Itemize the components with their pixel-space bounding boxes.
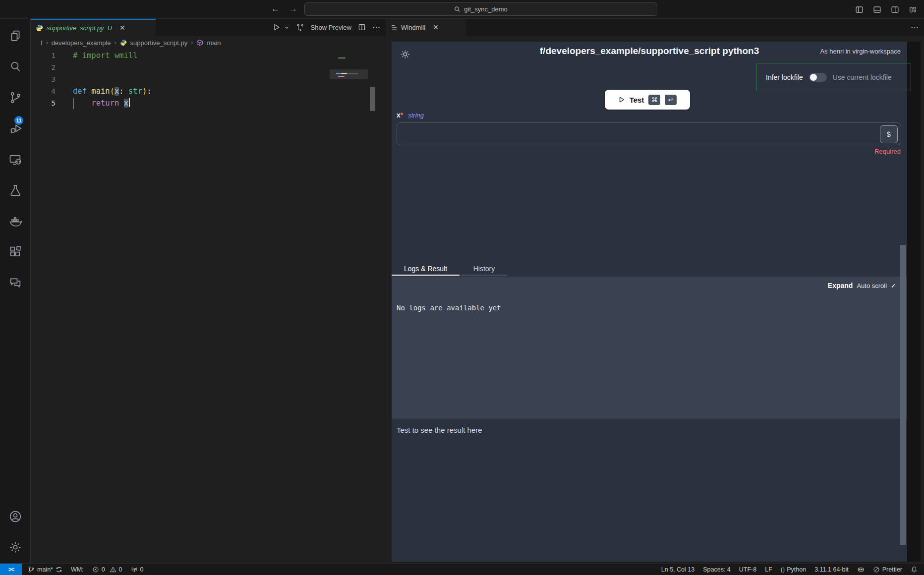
customize-layout-icon[interactable] (909, 5, 917, 14)
python-file-icon (120, 39, 127, 46)
ports-count: 0 (140, 566, 144, 573)
field-label-row: x* string (397, 111, 424, 119)
autoscroll-label[interactable]: Auto scroll (857, 282, 887, 289)
windmill-webview: f/developers_example/supportive_script p… (392, 42, 907, 562)
more-actions-icon[interactable]: ⋯ (911, 23, 919, 32)
branch-item[interactable]: main* (28, 566, 62, 573)
tab-close-icon[interactable]: ✕ (119, 24, 125, 32)
tab-modified-indicator: U (108, 24, 112, 32)
tab-supportive-script[interactable]: supportive_script.py U ✕ (31, 19, 156, 36)
windmill-status-item[interactable]: WM: (71, 566, 84, 573)
field-type: string (408, 112, 424, 119)
status-bar: >< main* WM: 0 0 0 Ln 5, Col 13 Spaces: … (0, 563, 924, 575)
python-file-icon (36, 24, 43, 32)
branch-name: main* (37, 566, 53, 573)
comments-icon[interactable] (8, 276, 22, 289)
prettier-label: Prettier (882, 566, 902, 573)
text-cursor (129, 98, 130, 107)
problems-item[interactable]: 0 0 (92, 566, 122, 573)
editor-scrollbar-thumb[interactable] (370, 87, 375, 111)
split-editor-icon[interactable] (358, 23, 366, 31)
expand-button[interactable]: Expand (828, 282, 853, 289)
scm-pending-badge: 11 (14, 116, 23, 125)
extensions-icon[interactable] (8, 245, 22, 259)
toggle-knob (810, 74, 817, 81)
docker-icon[interactable] (8, 214, 22, 228)
no-logs-message: No logs are available yet (397, 304, 501, 312)
required-message: Required (874, 148, 901, 155)
notifications-bell-icon[interactable] (911, 566, 918, 573)
workspace-context: As henri in virgin-workspace (820, 48, 901, 55)
settings-gear-icon[interactable] (8, 540, 22, 554)
warning-icon (110, 566, 116, 573)
command-center-search[interactable]: git_sync_demo (304, 2, 657, 16)
account-icon[interactable] (8, 510, 22, 523)
encoding-item[interactable]: UTF-8 (739, 566, 756, 573)
lockfile-toggle[interactable] (809, 73, 827, 82)
source-control-icon[interactable] (8, 91, 22, 105)
minimap[interactable] (330, 50, 368, 114)
run-file-icon[interactable] (273, 23, 281, 31)
search-icon (454, 6, 461, 12)
show-preview-label[interactable]: Show Preview (311, 24, 351, 31)
logs-panel: Expand Auto scroll ✓ No logs are availab… (392, 277, 907, 419)
variable-picker-button[interactable]: $ (880, 125, 898, 143)
search-sidebar-icon[interactable] (8, 59, 22, 73)
webview-scrollbar-thumb[interactable] (900, 245, 906, 545)
nav-forward-icon[interactable]: → (289, 4, 297, 14)
prettier-item[interactable]: Prettier (873, 566, 902, 573)
use-current-lockfile-label: Use current lockfile (833, 73, 892, 81)
breadcrumb-folder[interactable]: developers_example (52, 39, 111, 47)
toggle-panel-icon[interactable] (873, 5, 881, 14)
ports-item[interactable]: 0 (131, 566, 144, 573)
field-name: x (397, 111, 401, 119)
activity-bar: 11 (0, 19, 31, 563)
editor-group2-tabbar: Windmill ✕ ⋯ (386, 19, 924, 36)
title-bar: ← → git_sync_demo (0, 0, 924, 19)
tab-label: supportive_script.py (47, 24, 104, 32)
x-argument-input[interactable]: $ (397, 122, 901, 145)
language-label: Python (787, 566, 806, 573)
eol-item[interactable]: LF (765, 566, 772, 573)
cursor-position-item[interactable]: Ln 5, Col 13 (661, 566, 694, 573)
tab-close-icon[interactable]: ✕ (433, 23, 439, 31)
testing-icon[interactable] (8, 183, 22, 197)
editor-group-divider[interactable] (386, 19, 386, 563)
git-compare-icon[interactable] (296, 23, 304, 32)
nav-back-icon[interactable]: ← (271, 4, 280, 14)
python-interpreter-item[interactable]: 3.11.1 64-bit (814, 566, 849, 573)
check-icon[interactable]: ✓ (891, 282, 896, 289)
tab-logs-result[interactable]: Logs & Result (392, 262, 460, 276)
group2-actions: ⋯ (911, 19, 919, 36)
test-button[interactable]: Test ⌘ ↵ (605, 90, 690, 110)
editor-group1-tabbar: supportive_script.py U ✕ Show Preview ⋯ (31, 19, 386, 36)
tab-history[interactable]: History (461, 262, 507, 276)
explorer-icon[interactable] (8, 29, 22, 43)
more-actions-icon[interactable]: ⋯ (372, 23, 381, 32)
webview-right-gutter (907, 42, 921, 562)
lockfile-option-box: Infer lockfile Use current lockfile (756, 63, 911, 91)
warning-count: 0 (119, 566, 122, 573)
copilot-icon[interactable] (857, 566, 865, 573)
error-count: 0 (102, 566, 105, 573)
remote-indicator[interactable]: >< (0, 564, 22, 575)
toggle-sidebar-icon[interactable] (855, 5, 864, 14)
tab-windmill[interactable]: Windmill ✕ (386, 19, 466, 36)
language-mode-item[interactable]: { } Python (781, 566, 806, 573)
layout-controls (855, 0, 917, 19)
minimap-slider[interactable] (330, 69, 368, 79)
remote-explorer-icon[interactable] (8, 153, 22, 167)
infer-lockfile-label: Infer lockfile (766, 73, 803, 81)
toggle-secondary-sidebar-icon[interactable] (891, 5, 899, 14)
breadcrumb: f › developers_example › supportive_scri… (31, 36, 386, 50)
enter-key-icon: ↵ (665, 95, 677, 105)
breadcrumb-folder[interactable]: f (41, 39, 43, 47)
breadcrumb-file[interactable]: supportive_script.py (130, 39, 188, 47)
editor-actions: Show Preview ⋯ (273, 19, 381, 36)
indentation-item[interactable]: Spaces: 4 (703, 566, 731, 573)
error-icon (92, 566, 99, 573)
run-dropdown-chevron-icon[interactable] (284, 25, 289, 30)
code-editor[interactable]: 1 # import wmill 2 3 4 def main(x: str):… (31, 50, 386, 563)
breadcrumb-symbol[interactable]: main (207, 39, 221, 47)
code-comment: # import wmill (73, 50, 138, 61)
